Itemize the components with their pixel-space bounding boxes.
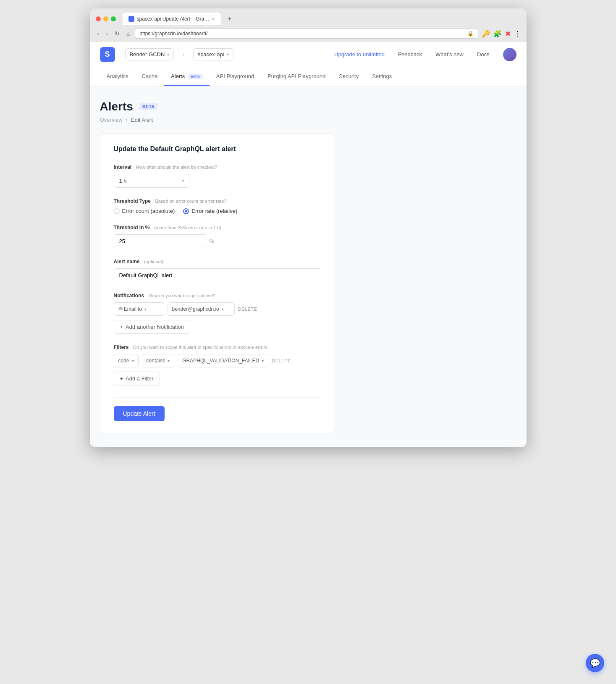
reload-button[interactable]: ↻ [113,29,121,38]
filter-delete-button[interactable]: DELETE [272,358,291,363]
minimize-button[interactable] [103,16,108,21]
tab-favicon [128,16,134,22]
browser-tab[interactable]: spacex-api Update Alert – Gra… ✕ [123,13,221,25]
interval-label: Interval [114,164,132,170]
filter-operator-select[interactable]: contains ▾ [142,354,175,367]
notification-delete-button[interactable]: DELETE [238,307,257,312]
notification-type-select[interactable]: ✉ Email to ▾ [114,302,164,316]
upgrade-link[interactable]: Upgrade to unlimited [334,51,385,58]
add-notification-button[interactable]: + Add another Notification [114,320,190,334]
notification-row: ✉ Email to ▾ bender@graphcdn.io ▾ DELETE [114,302,321,316]
filters-label-row: Filters Do you want to scope this alert … [114,343,321,351]
app-content: S Bender GCDN ▾ › spacex-api ▾ Upgrade t… [90,42,527,447]
submit-section: Update Alert [114,397,321,421]
notifications-label-row: Notifications How do you want to get not… [114,291,321,299]
user-avatar[interactable] [503,48,516,61]
alert-name-group: Alert name (optional) [114,257,321,282]
chat-bubble[interactable]: 💬 [586,654,604,672]
tab-settings[interactable]: Settings [365,67,398,86]
feedback-link[interactable]: Feedback [398,51,422,58]
page-header: Alerts BETA [100,100,516,113]
address-bar-icons: 🔒 [467,31,474,37]
project-name: spacex-api [198,51,224,58]
threshold-input[interactable] [114,234,206,248]
sub-nav: Analytics Cache Alerts BETA API Playgrou… [90,67,527,86]
tab-purging-api-playground[interactable]: Purging API Playground [261,67,332,86]
extension-icon-1[interactable]: 🔑 [482,30,490,38]
filter-value-select[interactable]: GRAPHQL_VALIDATION_FAILED ▾ [178,354,268,367]
page-title: Alerts [100,100,133,113]
new-tab-button[interactable]: + [224,13,235,24]
forward-button[interactable]: › [104,29,110,38]
threshold-type-label: Threshold Type [114,198,151,204]
interval-select[interactable]: 1 h ▾ [114,174,189,188]
page-body: Alerts BETA Overview › Edit Alert Update… [90,86,527,447]
browser-titlebar: spacex-api Update Alert – Gra… ✕ + [90,8,527,25]
threshold-type-radio-group: Error count (absolute) Error rate (relat… [114,208,321,214]
filter-operator-arrow: ▾ [168,359,170,363]
org-name: Bender GCDN [130,51,165,58]
alert-name-input[interactable] [114,268,321,282]
breadcrumb-current: Edit Alert [131,117,153,123]
radio-label-error-rate: Error rate (relative) [191,208,237,214]
filter-field-select[interactable]: code ▾ [114,354,139,367]
extension-icon-2[interactable]: 🧩 [493,30,502,38]
logo: S [100,47,115,62]
alert-name-label: Alert name [114,259,140,265]
notifications-group: Notifications How do you want to get not… [114,291,321,334]
threshold-label-row: Threshold in % (more than 25% error rate… [114,223,321,231]
add-filter-button[interactable]: + Add a Filter [114,372,160,385]
interval-group: Interval How often should the alert be c… [114,163,321,188]
docs-link[interactable]: Docs [477,51,490,58]
breadcrumb: Overview › Edit Alert [100,117,516,123]
back-button[interactable]: ‹ [96,29,101,38]
submit-button[interactable]: Update Alert [114,406,165,421]
radio-label-error-count: Error count (absolute) [122,208,175,214]
filter-value-text: GRAPHQL_VALIDATION_FAILED [182,358,259,364]
tab-close-button[interactable]: ✕ [212,17,215,21]
close-button[interactable] [96,16,101,21]
add-filter-label: Add a Filter [126,375,153,382]
home-button[interactable]: ⌂ [125,29,131,38]
address-bar[interactable]: https://graphcdn.io/dashboard/ 🔒 [135,29,478,39]
breadcrumb-overview[interactable]: Overview [100,117,123,123]
threshold-input-row: % [114,234,321,248]
notification-email-select[interactable]: bender@graphcdn.io ▾ [168,302,235,316]
threshold-unit: % [210,238,215,244]
nav-separator: › [182,51,184,58]
notification-email-arrow: ▾ [222,307,224,312]
menu-icon[interactable]: ⋮ [514,30,521,38]
filters-hint: Do you want to scope this alert to speci… [133,345,267,350]
project-selector[interactable]: spacex-api ▾ [193,48,233,60]
chat-icon: 💬 [590,658,600,668]
filters-group: Filters Do you want to scope this alert … [114,343,321,385]
org-dropdown-arrow: ▾ [167,52,169,57]
filters-label: Filters [114,344,129,350]
form-card-title: Update the Default GraphQL alert alert [114,145,321,153]
org-selector[interactable]: Bender GCDN ▾ [125,48,174,60]
page-beta-badge: BETA [139,103,157,110]
maximize-button[interactable] [111,16,116,21]
radio-circle-error-count [114,208,120,214]
threshold-hint: (more than 25% error rate in 1 h) [154,225,221,230]
top-nav: S Bender GCDN ▾ › spacex-api ▾ Upgrade t… [90,42,527,67]
whats-new-link[interactable]: What's new [435,51,464,58]
radio-error-rate[interactable]: Error rate (relative) [183,208,237,214]
notifications-hint: How do you want to get notified? [149,293,216,298]
filter-field-value: code [118,358,129,364]
tab-title: spacex-api Update Alert – Gra… [137,16,210,22]
traffic-lights [96,16,116,21]
project-dropdown-arrow: ▾ [227,52,229,57]
notifications-label: Notifications [114,293,144,299]
tab-api-playground[interactable]: API Playground [210,67,261,86]
tab-security[interactable]: Security [332,67,365,86]
browser-toolbar: ‹ › ↻ ⌂ https://graphcdn.io/dashboard/ 🔒… [90,25,527,42]
extension-icon-3[interactable]: ✖ [505,30,511,38]
tab-analytics[interactable]: Analytics [100,67,135,86]
add-notification-plus-icon: + [120,324,123,330]
tab-cache[interactable]: Cache [135,67,165,86]
toolbar-icons: 🔑 🧩 ✖ ⋮ [482,30,521,38]
radio-error-count[interactable]: Error count (absolute) [114,208,175,214]
tab-alerts[interactable]: Alerts BETA [164,67,210,86]
threshold-group: Threshold in % (more than 25% error rate… [114,223,321,248]
